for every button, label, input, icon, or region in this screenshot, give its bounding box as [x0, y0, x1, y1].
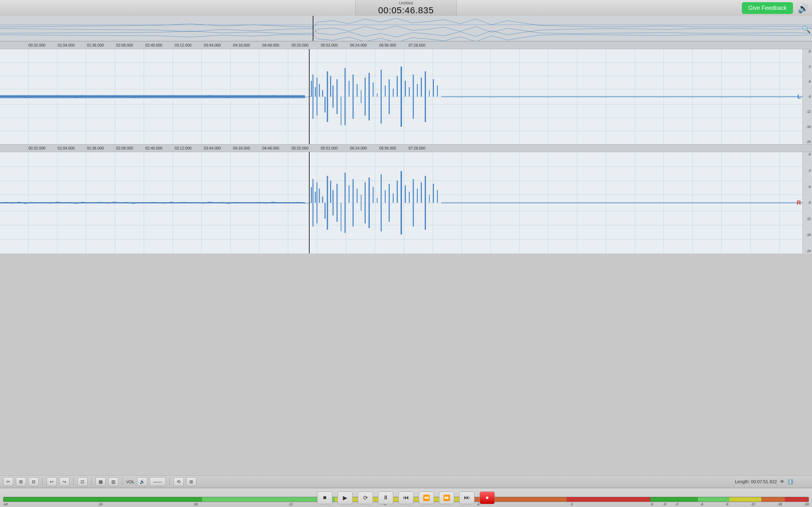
right-channel-label: R [797, 200, 801, 206]
ruler-tick: 05:52.000 [321, 146, 338, 151]
ruler-tick: 00:32.000 [29, 146, 45, 151]
timeline-ruler-bottom: 00:32.000 01:04.000 01:36.000 02:08.000 … [0, 144, 812, 152]
right-db-scale: -0 -3 -6 -9 -12 -18 -24 [803, 152, 812, 253]
ruler-tick: 06:24.000 [350, 43, 367, 48]
overview-waveform-svg [0, 16, 812, 41]
loop-transport-button[interactable]: ⟳ [358, 492, 373, 504]
ruler-tick: 01:04.000 [58, 43, 74, 48]
ruler-tick: 04:16.000 [233, 43, 250, 48]
give-feedback-button[interactable]: Give Feedback [742, 2, 793, 14]
toolbar-sep-5 [169, 478, 170, 486]
left-waveform-area [0, 49, 803, 144]
vol-slider-button[interactable]: —— [150, 477, 165, 486]
right-channel-container[interactable]: -0 -3 -6 -9 -12 -18 -24 R [0, 152, 812, 253]
ruler-tick: 05:20.000 [292, 146, 308, 151]
rewind-button[interactable]: ⏪ [419, 492, 434, 504]
stop-button[interactable]: ■ [317, 492, 333, 504]
ruler-tick: 02:40.000 [145, 146, 162, 151]
ruler-tick: 03:44.000 [204, 146, 221, 151]
bottom-toolbar: ✂ ⊞ ⊟ ↩ ↪ ⊡ ▦ ▥ VOL 🔊 —— ⟲ ⊞ Length: 00:… [0, 475, 812, 488]
transport-bar: -inf -24 -18 -12 -9 -6 -3 -0 ■ ▶ ⟳ ⏸ ⏮ ⏪… [0, 488, 812, 507]
skip-start-button[interactable]: ⏮ [398, 492, 414, 504]
toolbar-sep-1 [43, 478, 43, 486]
ruler-tick: 05:20.000 [292, 43, 308, 48]
ruler-tick: 07:28.000 [409, 146, 425, 151]
left-channel-container[interactable]: -0 -3 -6 -9 -12 -18 -24 L [0, 49, 812, 144]
vu-meter-right: -0 -3 -6 -9 -12 -18 -24 [650, 498, 809, 504]
ruler-tick: 06:56.000 [379, 43, 396, 48]
grid-lines-right [0, 152, 803, 253]
title-display: Untitled 00:05:46.835 [355, 0, 457, 17]
overview-playhead [313, 16, 313, 41]
right-channel-playhead [309, 152, 310, 253]
loop-button[interactable]: ⟲ [173, 477, 184, 486]
left-channel-playhead [309, 49, 310, 144]
vu-bar-right [650, 497, 809, 502]
ruler-tick: 04:48.000 [262, 146, 279, 151]
info-icon[interactable]: ℹ️ [788, 479, 793, 484]
vol-icon-button[interactable]: 🔊 [137, 477, 147, 486]
left-db-scale: -0 -3 -6 -9 -12 -18 -24 [803, 49, 812, 144]
right-waveform-area [0, 152, 803, 253]
ruler-tick: 05:52.000 [321, 43, 338, 48]
fast-forward-button[interactable]: ⏩ [439, 492, 454, 504]
grid-lines-left [0, 49, 803, 144]
pause-button[interactable]: ⏸ [378, 492, 393, 504]
overview-waveform-container[interactable] [0, 16, 812, 41]
ruler-tick: 01:36.000 [87, 43, 104, 48]
ruler-tick: 03:12.000 [174, 43, 191, 48]
volume-icon[interactable]: 🔊 [798, 3, 809, 14]
redo-button[interactable]: ↪ [59, 477, 69, 486]
top-bar: Untitled 00:05:46.835 Give Feedback 🔊 [0, 0, 812, 16]
undo-button[interactable]: ↩ [47, 477, 57, 486]
zoom-out-button[interactable]: ▥ [108, 477, 118, 486]
timeline-ruler-top: 00:32.000 01:04.000 01:36.000 02:08.000 … [0, 41, 812, 49]
snap-button[interactable]: ⊞ [186, 477, 196, 486]
toolbar-sep-4 [122, 478, 122, 486]
toolbar-sep-3 [91, 478, 92, 486]
ruler-labels-bottom: 00:32.000 01:04.000 01:36.000 02:08.000 … [0, 145, 812, 152]
ruler-tick: 04:16.000 [233, 146, 250, 151]
length-display: Length: 00:07:51.922 👁 ℹ️ [735, 479, 793, 484]
search-icon[interactable]: 🔍 [802, 25, 810, 34]
svg-rect-0 [0, 25, 812, 25]
zoom-in-button[interactable]: ▦ [96, 477, 106, 486]
ruler-tick: 01:04.000 [58, 146, 74, 151]
toolbar-sep-2 [73, 478, 73, 486]
ruler-tick: 02:40.000 [145, 43, 162, 48]
ruler-tick: 06:24.000 [350, 146, 367, 151]
vol-label: VOL [126, 480, 135, 484]
ruler-tick: 03:12.000 [174, 146, 191, 151]
eye-icon[interactable]: 👁 [780, 479, 784, 484]
trim-button[interactable]: ⊡ [78, 477, 88, 486]
ruler-tick: 01:36.000 [87, 146, 104, 151]
ruler-tick: 02:08.000 [116, 43, 133, 48]
paste-button[interactable]: ⊟ [29, 477, 39, 486]
cut-button[interactable]: ✂ [3, 477, 13, 486]
transport-controls: ■ ▶ ⟳ ⏸ ⏮ ⏪ ⏩ ⏭ ● [317, 492, 495, 504]
ruler-tick: 03:44.000 [204, 43, 221, 48]
play-button[interactable]: ▶ [338, 492, 353, 504]
left-channel-label: L [798, 94, 801, 100]
ruler-tick: 00:32.000 [29, 43, 45, 48]
ruler-tick: 02:08.000 [116, 146, 133, 151]
ruler-tick: 07:28.000 [409, 43, 425, 48]
record-button[interactable]: ● [479, 492, 495, 504]
ruler-labels-top: 00:32.000 01:04.000 01:36.000 02:08.000 … [0, 42, 812, 49]
ruler-tick: 04:48.000 [262, 43, 279, 48]
time-display: 00:05:46.835 [368, 5, 444, 15]
ruler-tick: 06:56.000 [379, 146, 396, 151]
skip-end-button[interactable]: ⏭ [459, 492, 474, 504]
project-title: Untitled [368, 1, 444, 5]
copy-button[interactable]: ⊞ [16, 477, 26, 486]
